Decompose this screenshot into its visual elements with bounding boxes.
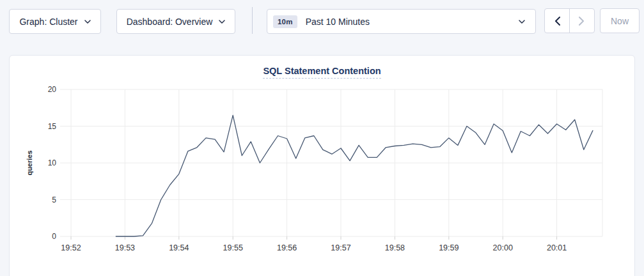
prev-range-button[interactable] [545, 9, 569, 33]
next-range-button[interactable] [570, 9, 594, 33]
time-range-nav [544, 8, 595, 33]
dashboard-dropdown-label: Dashboard: Overview [127, 17, 213, 27]
chevron-down-icon [84, 20, 91, 24]
now-button[interactable]: Now [600, 8, 640, 33]
svg-text:5: 5 [52, 195, 56, 204]
svg-text:20:01: 20:01 [547, 243, 567, 252]
now-button-label: Now [611, 16, 629, 26]
svg-text:10: 10 [48, 158, 57, 167]
chart-title[interactable]: SQL Statement Contention [263, 66, 381, 79]
chevron-down-icon [219, 20, 225, 24]
dashboard-dropdown[interactable]: Dashboard: Overview [116, 9, 235, 34]
svg-text:0: 0 [52, 232, 56, 241]
svg-text:19:57: 19:57 [331, 243, 350, 252]
svg-text:19:55: 19:55 [223, 243, 243, 252]
svg-text:queries: queries [26, 150, 33, 175]
svg-text:15: 15 [48, 122, 57, 131]
svg-text:20:00: 20:00 [493, 243, 513, 252]
toolbar-divider [252, 7, 253, 34]
svg-text:20: 20 [48, 85, 57, 94]
svg-text:19:52: 19:52 [61, 243, 81, 252]
chart-title-wrap: SQL Statement Contention [10, 65, 634, 79]
graph-dropdown[interactable]: Graph: Cluster [9, 9, 101, 34]
time-range-label: Past 10 Minutes [306, 17, 370, 27]
svg-text:19:59: 19:59 [439, 243, 459, 252]
chart-panel: SQL Statement Contention 0510152019:5219… [9, 55, 635, 276]
svg-text:19:53: 19:53 [115, 243, 135, 252]
graph-dropdown-label: Graph: Cluster [19, 17, 77, 27]
svg-text:19:54: 19:54 [169, 243, 189, 252]
sql-contention-chart: 0510152019:5219:5319:5419:5519:5619:5719… [10, 56, 634, 273]
time-range-badge: 10m [273, 15, 297, 28]
time-range-picker[interactable]: 10m Past 10 Minutes [267, 9, 536, 34]
chevron-left-icon [554, 17, 560, 26]
svg-text:19:56: 19:56 [277, 243, 297, 252]
chevron-down-icon [519, 20, 525, 24]
chevron-right-icon [579, 17, 585, 26]
svg-text:19:58: 19:58 [385, 243, 405, 252]
